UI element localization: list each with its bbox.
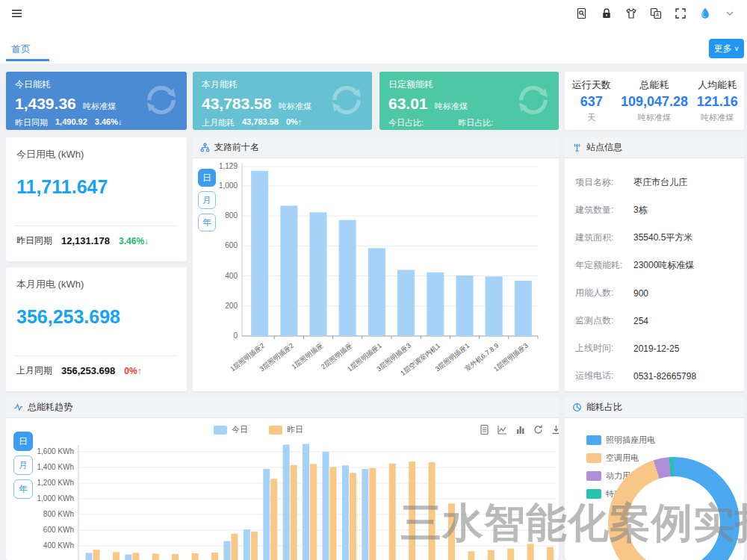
site-info-row: 监测点数:254 — [575, 307, 737, 335]
site-info-label: 建筑数量: — [575, 204, 633, 217]
usage-compare-label: 上月同期 — [16, 364, 52, 377]
pie-chart-icon — [572, 402, 582, 412]
usage-title: 今日用电 (kWh) — [16, 148, 84, 161]
stat-label: 总能耗 — [619, 78, 691, 92]
site-info-row: 用能人数:900 — [575, 279, 737, 307]
stat-unit: 吨标准煤 — [619, 112, 691, 123]
legend-swatch — [586, 453, 601, 463]
trend-panel: 总能耗趋势 今日昨日 日 月 年 400 KWh600 KWh800 KWh1,… — [6, 397, 559, 560]
legend-item[interactable]: 照明插座用电 — [586, 435, 655, 446]
kpi-unit: 吨标准煤 — [83, 102, 116, 111]
svg-text:1,000 KWh: 1,000 KWh — [37, 494, 74, 503]
site-info-value: 254 — [633, 316, 648, 326]
energy-dashboard-page: A 首页 更多 ∨ 今日能耗 1,439.36 吨标准煤 昨日 — [0, 0, 747, 560]
kpi-value: 63.01 — [388, 95, 428, 112]
legend-swatch — [586, 435, 601, 445]
usage-delta: 3.46%↓ — [119, 236, 149, 246]
kpi-compare-label: 上月能耗 — [202, 117, 235, 128]
pie-panel-header: 能耗占比 — [565, 397, 744, 418]
site-info-row: 上线时间:2019-12-25 — [575, 335, 737, 362]
theme-skin-icon[interactable] — [624, 7, 638, 20]
refresh-icon[interactable] — [514, 81, 553, 119]
kpi-compare-label: 昨日同期 — [15, 117, 48, 128]
svg-text:800 KWh: 800 KWh — [43, 510, 74, 518]
stat-per-capita-energy: 人均能耗 121.16 吨标准煤 — [690, 78, 744, 123]
pie-panel-title: 能耗占比 — [586, 401, 622, 414]
chevron-down-icon[interactable] — [723, 7, 737, 20]
stat-label: 运行天数 — [565, 78, 619, 92]
stat-value: 637 — [565, 94, 619, 110]
site-info-row: 运维电话:0531-82665798 — [575, 362, 737, 390]
topbar: A — [0, 0, 747, 27]
divider — [15, 355, 178, 356]
kpi-card-month-energy: 本月能耗 43,783.58 吨标准煤 上月能耗 43,783.58 0%↑ — [193, 72, 372, 130]
kpi-compare-value: 43,783.58 — [242, 117, 279, 128]
site-info-label: 项目名称: — [575, 176, 633, 189]
stat-unit: 吨标准煤 — [690, 112, 744, 123]
site-info-label: 运维电话: — [575, 370, 633, 382]
logo-water-drop-icon[interactable] — [698, 7, 712, 20]
fullscreen-icon[interactable] — [674, 7, 687, 20]
svg-text:600: 600 — [225, 241, 238, 249]
donut-hole — [627, 476, 720, 560]
svg-text:400 KWh: 400 KWh — [43, 541, 74, 550]
usage-value: 356,253.698 — [16, 306, 120, 328]
more-button[interactable]: 更多 ∨ — [709, 39, 744, 58]
site-info-label: 监测点数: — [575, 314, 633, 327]
kpi-card-today-energy: 今日能耗 1,439.36 吨标准煤 昨日同期 1,490.92 3.46%↓ — [6, 72, 187, 130]
kpi-delta: 0%↑ — [286, 117, 302, 128]
svg-text:1,000: 1,000 — [219, 181, 238, 190]
site-info-label: 年定额能耗: — [575, 259, 633, 272]
site-info-value: 23000吨标准煤 — [633, 259, 694, 272]
site-info-label: 上线时间: — [575, 342, 633, 355]
stat-total-energy: 总能耗 109,047.28 吨标准煤 — [619, 78, 691, 123]
kpi-compare-value: 1,490.92 — [55, 117, 87, 128]
site-info-label: 用能人数: — [575, 287, 633, 299]
tab-home[interactable]: 首页 — [11, 43, 31, 56]
legend-swatch — [586, 489, 601, 499]
hamburger-menu-icon[interactable] — [10, 7, 24, 20]
lock-icon[interactable] — [600, 7, 613, 20]
kpi-unit: 吨标准煤 — [435, 102, 468, 111]
trend-panel-title: 总能耗趋势 — [28, 401, 72, 414]
svg-text:1,400 KWh: 1,400 KWh — [37, 463, 74, 471]
refresh-icon[interactable] — [142, 81, 181, 119]
svg-text:0: 0 — [233, 332, 238, 340]
trend-chart-svg[interactable]: 400 KWh600 KWh800 KWh1,000 KWh1,200 KWh1… — [6, 418, 559, 560]
tabbar: 首页 更多 ∨ — [0, 27, 747, 63]
site-info-row: 项目名称:枣庄市台儿庄 — [575, 169, 737, 196]
branch-panel-title: 支路前十名 — [214, 141, 259, 154]
site-panel-title: 站点信息 — [586, 141, 622, 154]
site-info-value: 2019-12-25 — [633, 343, 679, 354]
site-info-label: 建筑面积: — [575, 231, 633, 244]
usage-card-month: 本月用电 (kWh) 356,253.698 上月同期 356,253.698 … — [6, 267, 187, 391]
legend-item[interactable]: 空调用电 — [586, 452, 655, 464]
site-panel-header: 站点信息 — [565, 137, 744, 158]
site-info-row: 年定额能耗:23000吨标准煤 — [575, 252, 737, 279]
usage-compare-label: 昨日同期 — [16, 234, 52, 247]
kpi-unit: 吨标准煤 — [279, 102, 311, 111]
energy-ratio-panel: 能耗占比 照明插座用电空调用电动力用电特殊用电 — [565, 397, 744, 560]
usage-compare-value: 356,253.698 — [61, 365, 115, 376]
site-info-value: 0531-82665798 — [633, 371, 696, 382]
stat-value: 109,047.28 — [619, 94, 691, 110]
refresh-icon[interactable] — [327, 81, 366, 119]
site-info-row: 建筑面积:35540.5平方米 — [575, 224, 737, 252]
kpi-today-ratio: 今日占比: 2,284.2% — [388, 117, 450, 130]
site-info-row: 建筑数量:3栋 — [575, 196, 737, 224]
maintenance-icon[interactable] — [575, 7, 589, 20]
site-info-value: 枣庄市台儿庄 — [633, 176, 687, 189]
org-chart-icon — [200, 143, 210, 152]
kpi-value: 43,783.58 — [202, 95, 271, 112]
usage-compare-row: 昨日同期 12,131.178 3.46%↓ — [16, 234, 149, 247]
summary-stats-panel: 运行天数 637 天 总能耗 109,047.28 吨标准煤 人均能耗 121.… — [565, 72, 744, 130]
usage-card-today: 今日用电 (kWh) 11,711.647 昨日同期 12,131.178 3.… — [6, 137, 187, 261]
language-icon[interactable]: A — [649, 7, 663, 20]
stat-label: 人均能耗 — [690, 78, 744, 92]
pulse-line-icon — [13, 402, 23, 412]
legend-label: 空调用电 — [606, 452, 639, 464]
more-caret-icon: ∨ — [734, 45, 740, 52]
usage-delta: 0%↑ — [124, 366, 141, 376]
branch-chart-svg[interactable]: 02004006008001,0001,1291层照明插座23层照明插座21层照… — [193, 158, 559, 391]
branch-top10-panel: 支路前十名 日 月 年 02004006008001,0001,1291层照明插… — [193, 137, 559, 391]
